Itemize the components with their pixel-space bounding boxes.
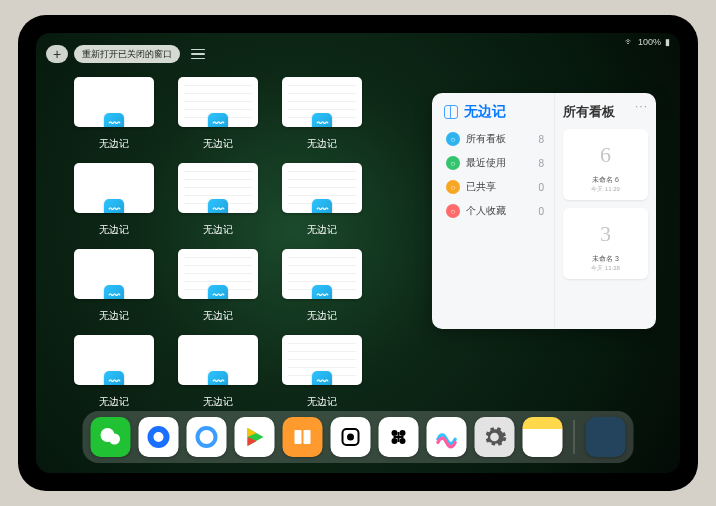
board-meta: 未命名 3今天 11:28: [591, 254, 620, 273]
app-switcher-grid: 〰无边记〰无边记〰无边记〰无边记〰无边记〰无边记〰无边记〰无边记〰无边记〰无边记…: [72, 77, 364, 409]
svg-point-9: [392, 430, 398, 436]
reopen-label: 重新打开已关闭的窗口: [82, 48, 172, 61]
window-label: 无边记: [203, 223, 233, 237]
freeform-popover: ··· 无边记 ○所有看板8○最近使用8○已共享0○个人收藏0 所有看板 6未命…: [432, 93, 656, 329]
sidebar-icon: [444, 105, 458, 119]
sidebar-item-label: 最近使用: [466, 156, 506, 170]
window-thumbnail: 〰: [282, 77, 362, 127]
sidebar-item[interactable]: ○已共享0: [444, 175, 546, 199]
sidebar-item-label: 所有看板: [466, 132, 506, 146]
svg-point-12: [400, 438, 406, 444]
window-thumbnail: 〰: [178, 163, 258, 213]
window-thumbnail: 〰: [74, 77, 154, 127]
new-window-button[interactable]: +: [46, 45, 68, 63]
menu-icon[interactable]: [188, 46, 208, 62]
settings-icon[interactable]: [475, 417, 515, 457]
freeform-app-badge-icon: 〰: [208, 113, 228, 127]
freeform-app-badge-icon: 〰: [312, 113, 332, 127]
window-thumbnail: 〰: [178, 335, 258, 385]
window-tile[interactable]: 〰无边记: [280, 77, 364, 151]
battery-icon: ▮: [665, 37, 670, 47]
sidebar-item[interactable]: ○个人收藏0: [444, 199, 546, 223]
window-label: 无边记: [307, 309, 337, 323]
wifi-icon: ᯤ: [625, 37, 634, 47]
dice-icon[interactable]: [331, 417, 371, 457]
window-label: 无边记: [99, 223, 129, 237]
window-label: 无边记: [99, 395, 129, 409]
freeform-icon[interactable]: [427, 417, 467, 457]
window-tile[interactable]: 〰无边记: [176, 335, 260, 409]
sidebar-item-count: 0: [538, 182, 544, 193]
window-thumbnail: 〰: [178, 77, 258, 127]
freeform-app-badge-icon: 〰: [312, 199, 332, 213]
window-label: 无边记: [99, 309, 129, 323]
window-thumbnail: 〰: [74, 335, 154, 385]
board-thumbnail: 3: [582, 214, 630, 254]
window-label: 无边记: [203, 395, 233, 409]
board-card[interactable]: 3未命名 3今天 11:28: [563, 208, 648, 279]
top-controls: + 重新打开已关闭的窗口: [46, 45, 208, 63]
board-meta: 未命名 6今天 11:29: [591, 175, 620, 194]
freeform-app-badge-icon: 〰: [104, 371, 124, 385]
freeform-board-list: 所有看板 6未命名 6今天 11:293未命名 3今天 11:28: [555, 93, 656, 329]
window-thumbnail: 〰: [178, 249, 258, 299]
freeform-app-badge-icon: 〰: [104, 113, 124, 127]
sidebar-item[interactable]: ○所有看板8: [444, 127, 546, 151]
window-label: 无边记: [203, 137, 233, 151]
category-icon: ○: [446, 180, 460, 194]
status-bar: ᯤ 100% ▮: [625, 37, 670, 47]
category-icon: ○: [446, 132, 460, 146]
freeform-sidebar: 无边记 ○所有看板8○最近使用8○已共享0○个人收藏0: [432, 93, 555, 329]
play-store-icon[interactable]: [235, 417, 275, 457]
svg-point-8: [348, 435, 353, 440]
window-thumbnail: 〰: [282, 335, 362, 385]
window-label: 无边记: [307, 223, 337, 237]
window-label: 无边记: [203, 309, 233, 323]
sidebar-item-count: 8: [538, 158, 544, 169]
svg-point-1: [109, 434, 120, 445]
sidebar-item-count: 0: [538, 206, 544, 217]
books-icon[interactable]: [283, 417, 323, 457]
svg-rect-5: [295, 430, 302, 444]
connect-icon[interactable]: [379, 417, 419, 457]
window-tile[interactable]: 〰无边记: [176, 163, 260, 237]
recent-apps-icon[interactable]: [586, 417, 626, 457]
window-tile[interactable]: 〰无边记: [176, 77, 260, 151]
tencent-video-icon[interactable]: [187, 417, 227, 457]
ipad-device-frame: ᯤ 100% ▮ + 重新打开已关闭的窗口 〰无边记〰无边记〰无边记〰无边记〰无…: [18, 15, 698, 491]
svg-rect-6: [304, 430, 311, 444]
window-tile[interactable]: 〰无边记: [280, 163, 364, 237]
freeform-app-badge-icon: 〰: [312, 371, 332, 385]
window-thumbnail: 〰: [282, 163, 362, 213]
window-tile[interactable]: 〰无边记: [72, 249, 156, 323]
window-thumbnail: 〰: [282, 249, 362, 299]
notes-icon[interactable]: [523, 417, 563, 457]
plus-icon: +: [53, 47, 61, 61]
more-icon[interactable]: ···: [635, 99, 648, 113]
window-tile[interactable]: 〰无边记: [176, 249, 260, 323]
freeform-app-badge-icon: 〰: [104, 285, 124, 299]
freeform-app-badge-icon: 〰: [208, 285, 228, 299]
window-tile[interactable]: 〰无边记: [280, 249, 364, 323]
freeform-app-badge-icon: 〰: [312, 285, 332, 299]
wechat-icon[interactable]: [91, 417, 131, 457]
reopen-closed-window-button[interactable]: 重新打开已关闭的窗口: [74, 45, 180, 63]
window-tile[interactable]: 〰无边记: [72, 77, 156, 151]
window-label: 无边记: [99, 137, 129, 151]
category-icon: ○: [446, 156, 460, 170]
screen: ᯤ 100% ▮ + 重新打开已关闭的窗口 〰无边记〰无边记〰无边记〰无边记〰无…: [36, 33, 680, 473]
svg-rect-14: [398, 432, 400, 442]
freeform-app-badge-icon: 〰: [104, 199, 124, 213]
freeform-title: 无边记: [464, 103, 506, 121]
window-tile[interactable]: 〰无边记: [280, 335, 364, 409]
window-tile[interactable]: 〰无边记: [72, 163, 156, 237]
dock: [83, 411, 634, 463]
quark-browser-icon[interactable]: [139, 417, 179, 457]
board-card[interactable]: 6未命名 6今天 11:29: [563, 129, 648, 200]
freeform-app-badge-icon: 〰: [208, 199, 228, 213]
window-tile[interactable]: 〰无边记: [72, 335, 156, 409]
battery-percent: 100%: [638, 37, 661, 47]
sidebar-item[interactable]: ○最近使用8: [444, 151, 546, 175]
sidebar-item-count: 8: [538, 134, 544, 145]
window-label: 无边记: [307, 395, 337, 409]
